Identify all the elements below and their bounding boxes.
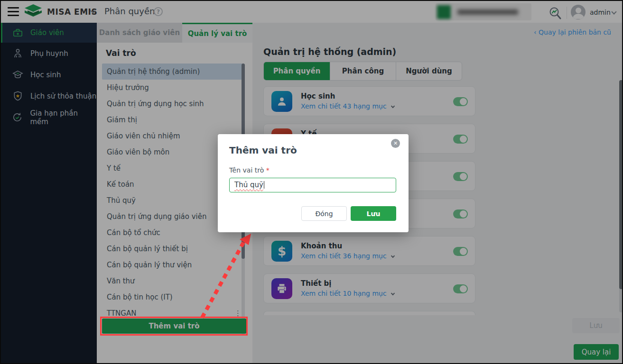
close-icon[interactable]: ✕ xyxy=(391,139,400,148)
text-caret xyxy=(264,181,264,189)
modal-cancel-button[interactable]: Đóng xyxy=(301,206,347,221)
add-role-modal: ✕ Thêm vai trò Tên vai trò * Thủ quỹ Đón… xyxy=(218,134,409,232)
role-name-input[interactable]: Thủ quỹ xyxy=(229,178,396,192)
modal-title: Thêm vai trò xyxy=(229,145,297,156)
modal-save-button[interactable]: Lưu xyxy=(351,206,396,221)
app-window: MISA EMIS Phân quyền ? admin Giáo viênPh… xyxy=(0,0,623,364)
role-name-label: Tên vai trò * xyxy=(229,166,270,174)
required-asterisk: * xyxy=(266,166,270,174)
